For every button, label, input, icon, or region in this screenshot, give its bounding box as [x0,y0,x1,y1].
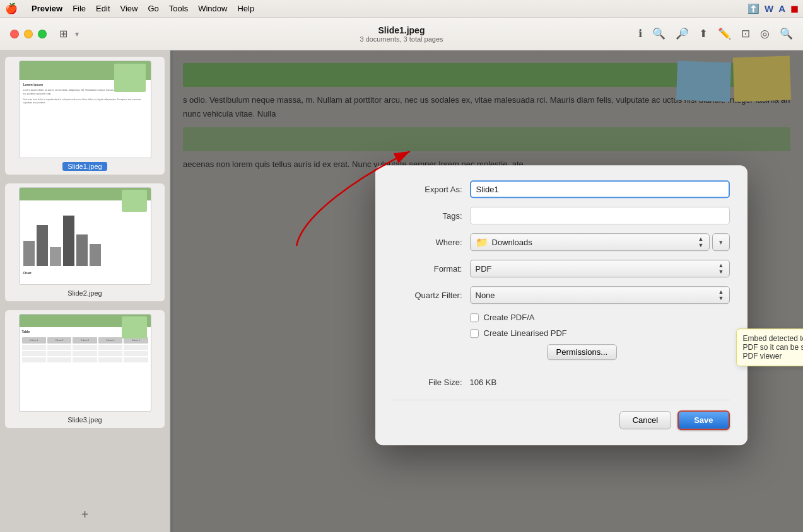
where-value: Downloads [492,238,532,247]
export-dialog: Export As: Tags: Where: 📁 Downloads ▲▼ [375,165,747,445]
share-icon2[interactable]: ⬆ [699,27,708,40]
create-pdfa-row: Create PDF/A [470,313,730,322]
filesize-label: File Size: [393,378,462,387]
quartz-value: None [476,291,495,300]
create-linearised-checkbox[interactable] [470,329,479,338]
menu-window[interactable]: Window [193,3,232,14]
create-pdfa-label: Create PDF/A [484,313,535,322]
search-icon[interactable]: 🔍 [780,27,793,40]
document-title: Slide1.jpeg [360,25,443,35]
compass-icon[interactable]: ◎ [760,27,770,40]
minimize-button[interactable] [24,30,33,38]
where-row: Where: 📁 Downloads ▲▼ ▾ [393,233,730,251]
menu-edit[interactable]: Edit [91,3,115,14]
filesize-value: 106 KB [470,378,497,387]
quartz-row: Quartz Filter: None ▲▼ [393,286,730,304]
save-button[interactable]: Save [677,410,729,430]
slide3-label: Slide3.jpeg [62,415,107,424]
export-as-label: Export As: [393,185,462,194]
titlebar: ⊞ ▾ Slide1.jpeg 3 documents, 3 total pag… [0,18,803,50]
dialog-buttons: Cancel Save [393,400,730,430]
quartz-label: Quartz Filter: [393,291,462,300]
sidebar-item-slide2[interactable]: Chart Slide2.jpeg [5,183,165,301]
tags-row: Tags: [393,207,730,224]
where-dropdown[interactable]: 📁 Downloads ▲▼ [470,233,710,251]
create-linearised-row: Create Linearised PDF Embed detected tex… [470,328,730,338]
format-row: Format: PDF ▲▼ [393,260,730,277]
menu-view[interactable]: View [115,3,143,14]
menu-go[interactable]: Go [143,3,163,14]
export-as-row: Export As: [393,180,730,198]
where-stepper-arrows[interactable]: ▲▼ [698,236,704,248]
menu-tools[interactable]: Tools [164,3,193,14]
format-value: PDF [476,264,492,274]
sidebar-item-slide3[interactable]: Table Column 1 Column 2 Column 3 Column … [5,310,165,428]
format-label: Format: [393,264,462,274]
slide2-label: Slide2.jpeg [62,289,107,298]
quartz-stepper[interactable]: ▲▼ [718,289,724,301]
pencil-icon[interactable]: ✏️ [718,27,731,40]
permissions-row: Permissions... [470,344,730,369]
traffic-lights: ⊞ ▾ [10,28,79,40]
filesize-row: File Size: 106 KB [393,378,730,387]
format-stepper[interactable]: ▲▼ [718,262,724,275]
quartz-dropdown[interactable]: None ▲▼ [470,286,730,304]
slide2-thumbnail: Chart [19,187,151,285]
maximize-button[interactable] [38,30,47,38]
tags-input[interactable] [470,207,730,224]
crop-icon[interactable]: ⊡ [741,27,750,40]
export-as-input[interactable] [470,180,730,198]
add-slide-button[interactable]: + [5,504,165,526]
format-dropdown[interactable]: PDF ▲▼ [470,260,730,277]
sidebar-toggle[interactable]: ⊞ [59,28,67,40]
slide1-label: Slide1.jpeg [62,162,107,171]
zoom-in-icon[interactable]: 🔎 [676,27,689,40]
document-subtitle: 3 documents, 3 total pages [360,35,443,43]
share-icon[interactable]: ⬆️ [747,3,759,14]
menu-help[interactable]: Help [232,3,259,14]
sidebar-item-slide1[interactable]: Lorem ipsum Lorem ipsum dolor sit amet, … [5,57,165,175]
titlebar-icons: ℹ 🔍 🔎 ⬆ ✏️ ⊡ ◎ 🔍 [638,27,793,40]
apple-menu[interactable]: 🍎 [5,3,18,14]
util-icon: ◼ [790,3,798,14]
create-pdfa-checkbox[interactable] [470,313,479,322]
content-area: s odio. Vestibulum neque massa, m. Nulla… [170,50,803,532]
zoom-out-icon[interactable]: 🔍 [652,27,665,40]
chevron-down-icon: ▾ [719,238,723,246]
a-icon: A [778,3,785,14]
create-linearised-label: Create Linearised PDF [484,328,567,338]
menu-file[interactable]: File [67,3,91,14]
sidebar: Lorem ipsum Lorem ipsum dolor sit amet, … [0,50,170,532]
menu-preview[interactable]: Preview [26,3,67,14]
folder-icon: 📁 [476,236,488,248]
where-selector: 📁 Downloads ▲▼ ▾ [470,233,730,251]
menubar: 🍎 Preview File Edit View Go Tools Window… [0,0,803,18]
sidebar-toggle-arrow[interactable]: ▾ [75,30,79,38]
cancel-button[interactable]: Cancel [619,411,671,429]
title-center: Slide1.jpeg 3 documents, 3 total pages [360,25,443,43]
slide3-thumbnail: Table Column 1 Column 2 Column 3 Column … [19,314,151,412]
info-icon[interactable]: ℹ [638,27,642,40]
tags-label: Tags: [393,211,462,221]
where-expand-button[interactable]: ▾ [712,233,730,251]
app-wrapper: 🍎 Preview File Edit View Go Tools Window… [0,0,803,532]
menubar-right: ⬆️ W A ◼ [747,3,798,14]
where-label: Where: [393,238,462,247]
close-button[interactable] [10,30,19,38]
permissions-button[interactable]: Permissions... [547,344,618,360]
slide1-thumbnail: Lorem ipsum Lorem ipsum dolor sit amet, … [19,61,151,158]
word-icon: W [765,3,773,14]
